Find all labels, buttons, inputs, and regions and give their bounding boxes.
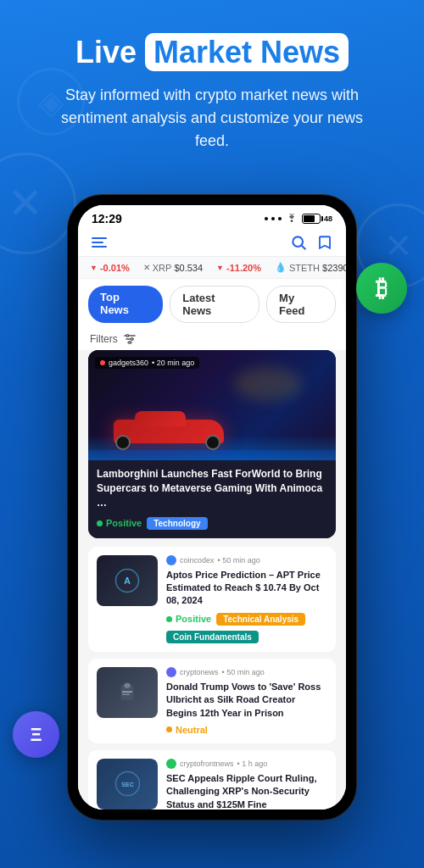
svg-rect-13 [124, 683, 131, 688]
trump-image-bg [97, 667, 158, 718]
technical-analysis-tag[interactable]: Technical Analysis [216, 613, 305, 626]
featured-news-card[interactable]: gadgets360 • 20 min ago Lamborghini Laun… [88, 350, 336, 537]
source-badge: gadgets360 • 20 min ago [95, 357, 199, 369]
technology-tag[interactable]: Technology [147, 517, 207, 530]
trump-card-source: cryptonews • 50 min ago [166, 667, 327, 677]
aptos-card-title: Aptos Price Prediction – APT Price Estim… [166, 569, 327, 608]
source-name: gadgets360 [109, 359, 148, 367]
menu-button[interactable] [92, 237, 107, 248]
featured-title: Lamborghini Launches Fast ForWorld to Br… [97, 467, 327, 509]
sentiment-label: Positive [106, 518, 142, 528]
hero-title: Live Market News [17, 34, 407, 70]
positive-dot [97, 520, 103, 526]
svg-text:A: A [124, 575, 131, 585]
coincodex-logo [166, 555, 176, 565]
hero-subtitle: Stay informed with crypto market news wi… [51, 84, 373, 153]
sentiment-badge-positive: Positive [97, 518, 142, 528]
battery-icon [302, 214, 321, 224]
svg-point-6 [131, 338, 133, 341]
signal-dot-3 [278, 217, 282, 220]
trump-news-card[interactable]: cryptonews • 50 min ago Donald Trump Vow… [88, 659, 336, 743]
btc-badge: ₿ [356, 263, 407, 314]
status-bar: 12:29 48 [78, 205, 346, 229]
filter-label: Filters [90, 333, 118, 345]
aptos-card-image: A [97, 555, 158, 606]
aptos-news-card[interactable]: A coincodex • 50 min ago Aptos Price Pre… [88, 547, 336, 652]
source-logo-dot [100, 360, 105, 365]
tab-top-news[interactable]: Top News [88, 286, 163, 323]
svg-line-1 [302, 246, 306, 250]
sec-news-card[interactable]: SEC cryptofrontnews • 1 h ago SEC Appeal… [88, 750, 336, 810]
aptos-sentiment: Positive [166, 614, 211, 624]
sec-card-content: cryptofrontnews • 1 h ago SEC Appeals Ri… [166, 759, 327, 810]
ticker-change-2: -11.20% [226, 263, 261, 273]
featured-tags: Positive Technology [97, 517, 327, 530]
ticker-change-1: -0.01% [100, 263, 130, 273]
sec-card-title: SEC Appeals Ripple Court Ruling, Challen… [166, 772, 327, 810]
aptos-card-content: coincodex • 50 min ago Aptos Price Predi… [166, 555, 327, 643]
signal-dot-1 [265, 217, 268, 220]
aptos-sentiment-label: Positive [176, 614, 211, 624]
ticker-item-xrp: ✕ XRP $0.534 [143, 263, 203, 273]
trump-card-title: Donald Trump Vows to 'Save' Ross Ulbrich… [166, 681, 327, 720]
aptos-image-bg: A [97, 555, 158, 606]
filter-icon[interactable] [123, 333, 137, 345]
hero-section: Live Market News Stay informed with cryp… [0, 0, 424, 170]
cryptonews-logo [166, 667, 176, 677]
sec-card-source: cryptofrontnews • 1 h ago [166, 759, 327, 769]
tab-bar: Top News Latest News My Feed [78, 279, 346, 330]
svg-point-7 [128, 342, 131, 344]
ticker-item-steth: 💧 STETH $2390.6 [275, 262, 346, 273]
eth-badge: Ξ [13, 711, 59, 758]
steth-logo: 💧 [275, 262, 287, 273]
search-icon[interactable] [290, 234, 307, 251]
status-time: 12:29 [92, 212, 122, 225]
xrp-logo: ✕ [143, 263, 150, 272]
news-feed: gadgets360 • 20 min ago Lamborghini Laun… [78, 350, 346, 810]
svg-rect-11 [122, 691, 132, 693]
svg-text:SEC: SEC [121, 782, 133, 787]
battery-level: 48 [324, 214, 332, 223]
nav-bar [78, 229, 346, 256]
signal-dot-2 [271, 217, 275, 220]
filter-bar: Filters [78, 330, 346, 350]
tab-latest-news[interactable]: Latest News [170, 286, 259, 323]
nav-right-icons [290, 234, 332, 251]
svg-rect-12 [122, 693, 130, 695]
hero-title-highlight: Market News [145, 33, 349, 71]
status-icons: 48 [265, 214, 332, 224]
source-time: • 20 min ago [152, 359, 194, 367]
ticker-item-1: ▼ -0.01% [90, 263, 130, 273]
tab-my-feed[interactable]: My Feed [266, 286, 336, 323]
trump-card-tags: Neutral [166, 725, 327, 735]
aptos-card-source: coincodex • 50 min ago [166, 555, 327, 565]
phone-screen: 12:29 48 [78, 205, 346, 810]
aptos-card-tags: Positive Technical Analysis Coin Fundame… [166, 613, 327, 643]
trump-card-image [97, 667, 158, 718]
cryptofrontnews-logo [166, 759, 176, 769]
svg-point-5 [126, 335, 129, 337]
sec-card-image: SEC [97, 759, 158, 810]
svg-point-0 [293, 237, 303, 248]
sec-image-bg: SEC [97, 759, 158, 810]
phone-frame: 12:29 48 [68, 195, 356, 820]
price-ticker: ▼ -0.01% ✕ XRP $0.534 ▼ -11.20% 💧 STETH … [78, 256, 346, 279]
featured-image: gadgets360 • 20 min ago [88, 350, 336, 460]
trump-sentiment-label: Neutral [176, 725, 208, 735]
featured-content: Lamborghini Launches Fast ForWorld to Br… [88, 460, 336, 537]
wifi-icon [285, 214, 298, 224]
ticker-item-2: ▼ -11.20% [216, 263, 261, 273]
coin-fundamentals-tag[interactable]: Coin Fundamentals [166, 631, 259, 643]
aptos-positive-dot [166, 616, 172, 622]
bookmark-icon[interactable] [317, 234, 332, 251]
trump-sentiment: Neutral [166, 725, 208, 735]
neutral-dot [166, 726, 172, 732]
trump-card-content: cryptonews • 50 min ago Donald Trump Vow… [166, 667, 327, 735]
